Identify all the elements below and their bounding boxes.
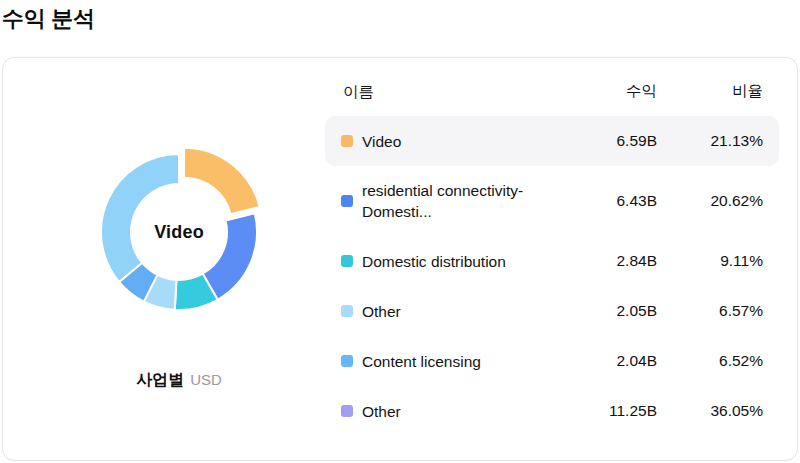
caption-group-label: 사업별: [136, 371, 184, 388]
caption-unit-label: USD: [190, 371, 222, 388]
table-row-4[interactable]: Other 2.05B 6.57%: [325, 286, 779, 336]
series-revenue: 2.84B: [567, 252, 657, 270]
series-ratio: 21.13%: [657, 132, 763, 150]
series-table: 이름 수익 비율 Video 6.59B 21.13% residential …: [325, 58, 779, 436]
header-revenue: 수익: [567, 81, 657, 102]
series-ratio: 9.11%: [657, 252, 763, 270]
series-name: Domestic distribution: [362, 251, 567, 272]
series-color-swatch: [341, 405, 353, 417]
series-ratio: 6.52%: [657, 352, 763, 370]
series-color-swatch: [341, 255, 353, 267]
series-ratio: 36.05%: [657, 402, 763, 420]
series-ratio: 6.57%: [657, 302, 763, 320]
series-revenue: 6.59B: [567, 132, 657, 150]
page-title: 수익 분석: [2, 4, 95, 34]
table-rows: Video 6.59B 21.13% residential connectiv…: [325, 116, 779, 436]
table-row-5[interactable]: Content licensing 2.04B 6.52%: [325, 336, 779, 386]
series-color-swatch: [341, 135, 353, 147]
revenue-analysis-card: Video 사업별USD 이름 수익 비율 Video 6.59B 21.13%…: [2, 57, 798, 461]
donut-center-label: Video: [154, 222, 204, 243]
donut-chart: Video: [69, 122, 289, 342]
series-name: residential connectivity-Domesti...: [362, 180, 567, 222]
header-name: 이름: [343, 81, 567, 102]
series-name: Video: [362, 131, 567, 152]
series-color-swatch: [341, 305, 353, 317]
series-name: Other: [362, 401, 567, 422]
table-row-6[interactable]: Other 11.25B 36.05%: [325, 386, 779, 436]
series-color-swatch: [341, 195, 353, 207]
table-row-2[interactable]: residential connectivity-Domesti... 6.43…: [325, 166, 779, 236]
table-header: 이름 수익 비율: [325, 81, 779, 101]
header-ratio: 비율: [657, 81, 763, 102]
table-row-1[interactable]: Video 6.59B 21.13%: [325, 116, 779, 166]
series-ratio: 20.62%: [657, 192, 763, 210]
table-row-3[interactable]: Domestic distribution 2.84B 9.11%: [325, 236, 779, 286]
series-revenue: 2.05B: [567, 302, 657, 320]
series-revenue: 2.04B: [567, 352, 657, 370]
donut-segment-6[interactable]: [101, 154, 179, 282]
series-name: Content licensing: [362, 351, 567, 372]
series-revenue: 6.43B: [567, 192, 657, 210]
series-name: Other: [362, 301, 567, 322]
donut-segment-1[interactable]: [184, 148, 260, 214]
series-color-swatch: [341, 355, 353, 367]
chart-caption: 사업별USD: [3, 370, 355, 391]
series-revenue: 11.25B: [567, 402, 657, 420]
